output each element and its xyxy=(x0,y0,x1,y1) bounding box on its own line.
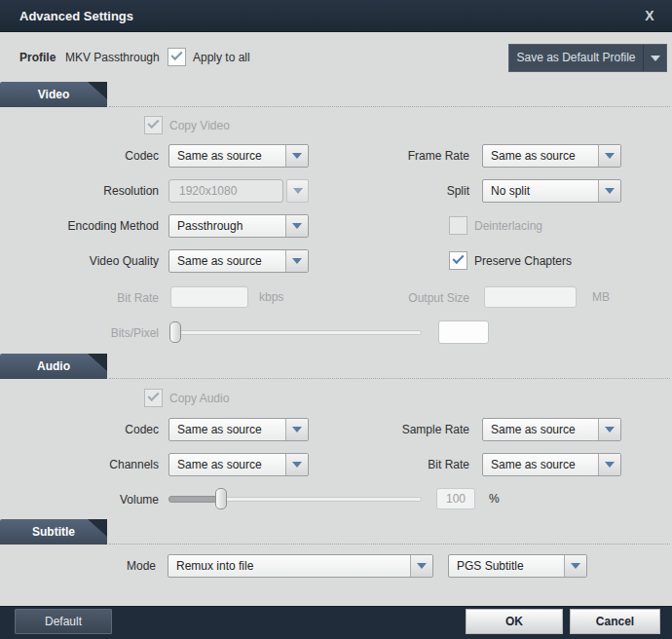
dropdown-arrow-button[interactable] xyxy=(564,555,586,577)
audio-codec-value: Same as source xyxy=(169,419,285,440)
dropdown-arrow-button[interactable] xyxy=(285,250,308,272)
advanced-settings-dialog: Advanced Settings X Profile MKV Passthro… xyxy=(0,0,672,639)
encoding-method-label: Encoding Method xyxy=(0,214,159,238)
dropdown-arrow-button[interactable] xyxy=(598,180,620,202)
save-profile-dropdown-arrow[interactable] xyxy=(643,45,666,71)
dropdown-arrow-button[interactable] xyxy=(285,454,308,475)
split-label: Split xyxy=(331,179,469,203)
bit-rate-label: Bit Rate xyxy=(0,286,159,310)
dropdown-arrow-button[interactable] xyxy=(598,454,620,475)
default-button[interactable]: Default xyxy=(15,609,112,634)
output-size-label: Output Size xyxy=(331,286,469,310)
resolution-dropdown: 1920x1080 xyxy=(168,179,283,203)
sample-rate-dropdown[interactable]: Same as source xyxy=(482,418,621,441)
bits-pixel-input xyxy=(438,320,489,344)
save-default-profile-button[interactable]: Save as Default Profile xyxy=(508,44,667,72)
volume-unit: % xyxy=(489,487,500,510)
divider xyxy=(109,544,670,545)
bits-pixel-label: Bits/Pixel xyxy=(0,321,159,345)
dropdown-arrow-button[interactable] xyxy=(598,419,620,440)
ok-button[interactable]: OK xyxy=(466,609,563,634)
video-quality-value: Same as source xyxy=(169,250,285,272)
apply-to-all-label: Apply to all xyxy=(193,46,250,69)
check-icon xyxy=(170,49,182,60)
copy-video-label: Copy Video xyxy=(169,114,230,137)
frame-rate-value: Same as source xyxy=(483,145,598,167)
chevron-down-icon xyxy=(605,462,615,468)
audio-codec-label: Codec xyxy=(0,418,159,441)
dropdown-arrow-button xyxy=(286,179,309,203)
audio-bit-rate-dropdown[interactable]: Same as source xyxy=(482,453,621,476)
preserve-chapters-checkbox[interactable] xyxy=(449,251,467,270)
check-icon xyxy=(452,252,464,264)
chevron-down-icon xyxy=(293,188,303,194)
channels-dropdown[interactable]: Same as source xyxy=(168,453,309,476)
volume-input xyxy=(436,488,475,509)
close-icon[interactable]: X xyxy=(639,0,660,32)
subtitle-mode-value: Remux into file xyxy=(168,555,410,577)
bit-rate-unit: kbps xyxy=(259,285,283,309)
chevron-down-icon xyxy=(605,427,615,432)
codec-label: Codec xyxy=(0,144,159,168)
chevron-down-icon xyxy=(292,223,302,229)
sample-rate-label: Sample Rate xyxy=(331,418,469,441)
chevron-down-icon xyxy=(651,56,660,61)
section-header-audio: Audio xyxy=(0,354,107,379)
copy-audio-label: Copy Audio xyxy=(169,387,229,410)
dialog-title: Advanced Settings xyxy=(19,0,133,32)
profile-value: MKV Passthrough xyxy=(65,46,160,69)
sample-rate-value: Same as source xyxy=(483,419,598,440)
output-size-unit: MB xyxy=(592,285,610,309)
deinterlacing-label: Deinterlacing xyxy=(474,214,542,238)
cancel-button[interactable]: Cancel xyxy=(570,609,660,634)
save-default-profile-label: Save as Default Profile xyxy=(509,45,643,71)
profile-label: Profile xyxy=(19,46,56,69)
chevron-down-icon xyxy=(292,258,302,264)
check-icon xyxy=(147,117,159,129)
chevron-down-icon xyxy=(292,462,302,468)
subtitle-mode-label: Mode xyxy=(0,554,156,578)
audio-codec-dropdown[interactable]: Same as source xyxy=(168,418,309,441)
bits-pixel-slider-handle xyxy=(169,321,181,343)
divider xyxy=(109,378,670,379)
dropdown-arrow-button[interactable] xyxy=(285,419,308,440)
subtitle-format-value: PGS Subtitle xyxy=(449,555,564,577)
copy-video-checkbox xyxy=(144,116,163,134)
encoding-method-dropdown[interactable]: Passthrough xyxy=(168,214,309,238)
titlebar: Advanced Settings X xyxy=(0,0,672,32)
split-dropdown[interactable]: No split xyxy=(482,179,621,203)
chevron-down-icon xyxy=(605,188,615,194)
apply-to-all-checkbox[interactable] xyxy=(168,48,186,66)
copy-audio-checkbox xyxy=(144,389,163,407)
section-header-video: Video xyxy=(0,82,107,107)
check-icon xyxy=(147,390,159,401)
subtitle-format-dropdown[interactable]: PGS Subtitle xyxy=(448,554,587,578)
chevron-down-icon xyxy=(417,563,427,569)
frame-rate-dropdown[interactable]: Same as source xyxy=(482,144,621,168)
frame-rate-label: Frame Rate xyxy=(331,144,469,168)
chevron-down-icon xyxy=(605,153,615,159)
bits-pixel-slider-track xyxy=(170,330,422,335)
chevron-down-icon xyxy=(292,427,302,432)
volume-slider-handle[interactable] xyxy=(215,488,227,509)
video-quality-dropdown[interactable]: Same as source xyxy=(168,249,309,273)
channels-label: Channels xyxy=(0,453,159,476)
section-header-subtitle: Subtitle xyxy=(0,519,107,545)
audio-bit-rate-value: Same as source xyxy=(483,454,598,475)
dropdown-arrow-button[interactable] xyxy=(285,215,308,237)
encoding-method-value: Passthrough xyxy=(169,215,285,237)
divider xyxy=(109,106,670,107)
chevron-down-icon xyxy=(292,153,302,159)
dropdown-arrow-button[interactable] xyxy=(285,145,308,167)
codec-value: Same as source xyxy=(169,145,285,167)
subtitle-mode-dropdown[interactable]: Remux into file xyxy=(168,554,433,578)
preserve-chapters-label: Preserve Chapters xyxy=(474,249,572,273)
audio-bit-rate-label: Bit Rate xyxy=(331,453,469,476)
video-quality-label: Video Quality xyxy=(0,249,159,273)
volume-label: Volume xyxy=(0,488,159,511)
bit-rate-input xyxy=(170,286,248,308)
dropdown-arrow-button[interactable] xyxy=(410,555,432,577)
resolution-label: Resolution xyxy=(0,179,159,203)
dropdown-arrow-button[interactable] xyxy=(598,145,620,167)
codec-dropdown[interactable]: Same as source xyxy=(168,144,309,168)
